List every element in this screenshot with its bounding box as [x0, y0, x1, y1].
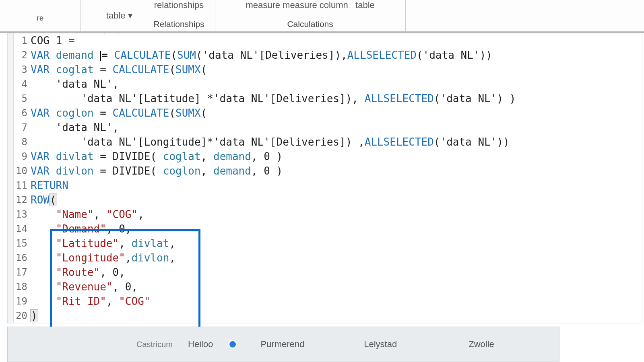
code-token: demand — [56, 49, 94, 61]
map-city-label: Purmerend — [245, 339, 320, 350]
code-token: ( — [150, 150, 163, 162]
code-token: "Rit ID" — [56, 295, 106, 307]
code-token: SUM — [177, 49, 196, 61]
ribbon-group-relationships[interactable]: relationships Relationships — [143, 0, 215, 31]
code-token — [94, 49, 100, 61]
code-line[interactable]: "Longitude",divlon, — [31, 251, 642, 265]
ribbon-group-calculations[interactable]: measure measure column table Calculation… — [215, 0, 406, 31]
code-token: CALCULATE — [114, 49, 171, 61]
line-number: 19 — [14, 294, 27, 309]
code-token: , — [169, 237, 175, 249]
code-token: ( — [201, 107, 207, 119]
code-token: VAR — [31, 150, 56, 162]
code-line[interactable]: RETURN — [31, 178, 642, 193]
code-token: VAR — [31, 64, 56, 76]
code-line[interactable]: 'data NL', — [31, 77, 642, 91]
ribbon-group-label: Relationships — [154, 19, 204, 31]
code-token: ROW — [31, 194, 50, 206]
code-line[interactable]: "Latitude", divlat, — [31, 236, 642, 251]
ribbon-buttons-calculations[interactable]: measure measure column table — [246, 0, 374, 10]
code-line[interactable]: "Name", "COG", — [31, 207, 642, 222]
line-number: 20 — [14, 309, 27, 323]
line-number: 10 — [14, 164, 27, 178]
code-line[interactable]: VAR coglon = CALCULATE(SUMX( — [31, 106, 642, 120]
code-line[interactable]: VAR coglat = CALCULATE(SUMX( — [31, 62, 642, 77]
code-token: COG 1 = — [31, 35, 81, 47]
code-line[interactable]: ROW( — [31, 193, 642, 207]
line-number: 11 — [14, 178, 27, 193]
line-number: 3 — [14, 62, 27, 77]
text-cursor — [100, 51, 101, 61]
ribbon-group-calendars[interactable]: table ▾ Calendars — [81, 0, 143, 31]
code-line[interactable]: VAR divlat = DIVIDE( coglat, demand, 0 ) — [31, 149, 642, 164]
line-number: 13 — [14, 207, 27, 222]
code-token: coglon — [56, 107, 94, 119]
code-line[interactable]: 'data NL'[Latitude] *'data NL'[Deliverie… — [31, 91, 642, 106]
code-line[interactable]: "Revenue", 0, — [31, 280, 642, 294]
code-token: "Route" — [56, 266, 100, 278]
dax-formula-editor[interactable]: 1234567891011121314151617181920 COG 1 = … — [7, 33, 642, 323]
code-token: , 0, — [106, 223, 132, 235]
ribbon-left-stub: re — [0, 0, 81, 31]
code-token — [31, 266, 56, 278]
code-token: ( — [201, 64, 207, 76]
code-token — [31, 281, 56, 293]
code-line[interactable]: "Demand", 0, — [31, 222, 642, 236]
code-token: coglon — [163, 165, 201, 177]
code-token: , — [201, 150, 213, 162]
code-token: "Latitude" — [56, 237, 119, 249]
code-token: , 0, — [100, 266, 125, 278]
code-token: coglat — [56, 64, 94, 76]
code-token: ( — [171, 49, 177, 61]
code-token: ) — [31, 310, 38, 322]
code-token: 'data NL'[Longitude]*'data NL'[Deliverie… — [31, 136, 365, 148]
code-token: ('data NL'[Deliveries]), — [196, 49, 347, 61]
ribbon-button-label: table ▾ — [106, 10, 132, 21]
code-token: , 0, — [113, 281, 138, 293]
code-token: ALLSELECTED — [365, 136, 434, 148]
code-token — [31, 252, 56, 264]
ribbon-button-manage-relationships[interactable]: relationships — [154, 0, 204, 10]
code-line[interactable]: "Rit ID", "COG" — [31, 294, 642, 309]
map-city-label: Zwolle — [412, 339, 510, 350]
code-token: SUMX — [175, 107, 201, 119]
code-token: divlon — [131, 252, 169, 264]
code-line[interactable]: VAR divlon = DIVIDE( coglon, demand, 0 ) — [31, 164, 642, 178]
line-number: 14 — [14, 222, 27, 236]
line-number: 12 — [14, 193, 27, 207]
code-line[interactable]: 'data NL'[Longitude]*'data NL'[Deliverie… — [31, 135, 642, 149]
code-token — [31, 223, 56, 235]
code-token: 'data NL'[Latitude] *'data NL'[Deliverie… — [31, 93, 365, 105]
code-token: ALLSELECTED — [365, 93, 434, 105]
line-number: 18 — [14, 280, 27, 294]
code-token: = — [94, 150, 113, 162]
code-token: RETURN — [31, 179, 68, 191]
map-visual[interactable]: Castricum Heiloo Purmerend Lelystad Zwol… — [7, 327, 559, 362]
code-line[interactable]: ) — [31, 309, 642, 323]
line-number: 9 — [14, 149, 27, 164]
line-number: 6 — [14, 106, 27, 120]
code-area[interactable]: COG 1 = VAR demand = CALCULATE(SUM('data… — [31, 33, 642, 323]
code-line[interactable]: "Route", 0, — [31, 265, 642, 280]
code-token: demand — [213, 165, 251, 177]
code-line[interactable]: COG 1 = — [31, 33, 642, 48]
code-token: 'data NL', — [31, 78, 119, 90]
code-token: "Demand" — [56, 223, 106, 235]
line-number: 2 — [14, 48, 27, 62]
code-token: CALCULATE — [113, 64, 169, 76]
line-number: 17 — [14, 265, 27, 280]
line-number: 7 — [14, 120, 27, 135]
line-number: 5 — [14, 91, 27, 106]
ribbon-button-new-table[interactable]: table ▾ — [91, 0, 132, 31]
code-token: VAR — [31, 107, 56, 119]
line-number: 4 — [14, 77, 27, 91]
code-line[interactable]: 'data NL', — [31, 120, 642, 135]
code-token: , — [119, 237, 131, 249]
ribbon-group-label: Calculations — [287, 19, 333, 31]
map-data-point-icon — [228, 340, 237, 349]
code-token: = — [94, 165, 113, 177]
code-line[interactable]: VAR demand = CALCULATE(SUM('data NL'[Del… — [31, 48, 642, 62]
code-token: , — [94, 208, 106, 220]
ribbon-toolbar: re table ▾ Calendars relationships Relat… — [0, 0, 644, 33]
code-token: ALLSELECTED — [347, 49, 417, 61]
